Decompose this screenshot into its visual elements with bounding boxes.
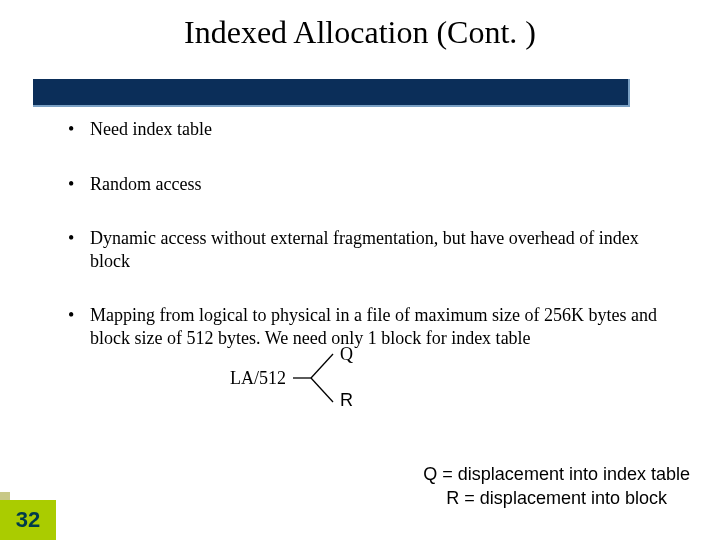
slide: Indexed Allocation (Cont. ) Need index t… — [0, 0, 720, 540]
legend-line: Q = displacement into index table — [423, 463, 690, 486]
slide-title: Indexed Allocation (Cont. ) — [0, 14, 720, 51]
diagram-bracket-icon — [293, 348, 343, 408]
bullet-item: Need index table — [60, 118, 680, 141]
page-number: 32 — [0, 500, 56, 540]
diagram-input: LA/512 — [230, 368, 286, 389]
page-number-accent — [0, 492, 10, 500]
bullet-item: Random access — [60, 173, 680, 196]
bullet-item: Dynamic access without external fragment… — [60, 227, 680, 272]
legend-line: R = displacement into block — [423, 487, 690, 510]
svg-line-1 — [311, 354, 333, 378]
division-diagram: LA/512 Q R — [230, 340, 430, 420]
bullet-list: Need index table Random access Dynamic a… — [60, 118, 680, 349]
legend: Q = displacement into index table R = di… — [423, 463, 690, 510]
svg-line-2 — [311, 378, 333, 402]
title-underline-bar — [33, 79, 630, 107]
